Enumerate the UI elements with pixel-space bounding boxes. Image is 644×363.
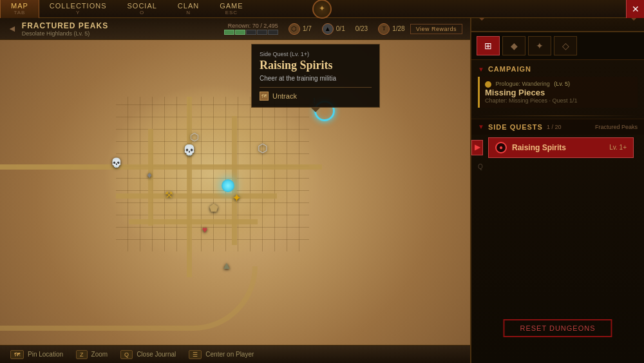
filter-tab-tracked[interactable]: ◆ bbox=[502, 36, 526, 55]
pip-5 bbox=[268, 30, 278, 35]
stat-group-4: T 1/28 bbox=[378, 23, 404, 35]
more-quests-placeholder: Q bbox=[471, 161, 644, 173]
tab-map[interactable]: MAP TAB bbox=[0, 0, 39, 18]
journal-panel: ◆ JOURNAL ◆ ⊞ ◆ ✦ ◇ ▼ CAMPAIGN Prologue:… bbox=[470, 0, 644, 363]
target-stat-val: 1/28 bbox=[392, 25, 404, 32]
hint-center-player: ☰ Center on Player bbox=[189, 350, 254, 359]
tooltip-type: Side Quest (Lv. 1+) bbox=[260, 51, 372, 57]
renown-label: Renown: 70 / 2,495 bbox=[228, 23, 278, 29]
quest-icon: ● bbox=[495, 142, 507, 153]
tab-clan[interactable]: CLAN N bbox=[167, 0, 209, 18]
side-quests-arrow: ▼ bbox=[478, 123, 484, 130]
filter-tab-side[interactable]: ✦ bbox=[528, 36, 551, 55]
pin-key: 🗺 bbox=[10, 350, 24, 359]
pin-label: Pin Location bbox=[28, 351, 63, 358]
quest-tooltip: Side Quest (Lv. 1+) Raising Spirits Chee… bbox=[251, 44, 380, 108]
active-quest-container: ▶ ● Raising Spirits Lv. 1+ bbox=[483, 137, 639, 158]
road bbox=[187, 97, 192, 277]
filter-tab-all[interactable]: ⊞ bbox=[477, 36, 500, 55]
reset-dungeons-button[interactable]: RESET DUNGEONS bbox=[503, 319, 612, 337]
stat-group-1: ⬡ 1/7 bbox=[289, 23, 312, 35]
location-name: FRACTURED PEAKS bbox=[22, 21, 219, 30]
close-journal-key: Q bbox=[120, 350, 133, 359]
zoom-key: Z bbox=[76, 350, 88, 359]
tab-collections[interactable]: COLLECTIONS Y bbox=[39, 0, 117, 18]
campaign-header: ▼ CAMPAIGN bbox=[478, 65, 638, 73]
tooltip-title: Raising Spirits bbox=[260, 59, 372, 72]
location-back-arrow[interactable]: ◄ bbox=[8, 24, 17, 34]
hint-pin: 🗺 Pin Location bbox=[10, 350, 63, 359]
journal-filter-tabs: ⊞ ◆ ✦ ◇ bbox=[471, 32, 644, 60]
waypoint-stat-val: 1/7 bbox=[303, 25, 312, 32]
dungeon-stat-val: 0/1 bbox=[336, 25, 345, 32]
cq-label: Prologue: Wandering (Lv. 5) bbox=[485, 81, 632, 88]
close-journal-label: Close Journal bbox=[137, 351, 176, 358]
shrine-icon[interactable]: ⬟ bbox=[206, 200, 222, 215]
hint-close-journal: Q Close Journal bbox=[120, 350, 176, 359]
heart-icon[interactable]: ♥ bbox=[197, 222, 213, 238]
active-quest-row[interactable]: ● Raising Spirits Lv. 1+ bbox=[488, 137, 634, 158]
target-stat-icon: T bbox=[378, 23, 390, 35]
renown-section: Renown: 70 / 2,495 bbox=[224, 23, 278, 35]
zoom-label: Zoom bbox=[91, 351, 108, 358]
road bbox=[116, 193, 277, 199]
quest-nav-arrow[interactable]: ▶ bbox=[471, 140, 483, 155]
hint-zoom: Z Zoom bbox=[76, 350, 108, 359]
compass: ✦ bbox=[312, 0, 332, 19]
filter-tab-other[interactable]: ◇ bbox=[554, 36, 577, 55]
campaign-arrow: ▼ bbox=[478, 66, 484, 73]
cq-level: (Lv. 5) bbox=[554, 81, 570, 87]
skull-icon-2[interactable]: 💀 bbox=[108, 155, 124, 170]
dungeon-stat-icon: ▲ bbox=[322, 23, 334, 35]
side-quests-header: ▼ SIDE QUESTS 1 / 20 Fractured Peaks bbox=[471, 119, 644, 135]
road bbox=[232, 116, 237, 245]
road bbox=[0, 164, 322, 170]
skull-icon[interactable]: 💀 bbox=[182, 142, 197, 157]
campaign-quest[interactable]: Prologue: Wandering (Lv. 5) Missing Piec… bbox=[478, 77, 638, 108]
tab-game[interactable]: GAME ESC bbox=[209, 0, 253, 18]
untrack-icon: 🗺 bbox=[260, 92, 269, 101]
divider bbox=[478, 115, 638, 116]
renown-pips bbox=[224, 29, 278, 35]
side-quests-title: SIDE QUESTS bbox=[488, 123, 543, 131]
stat-group-2: ▲ 0/1 bbox=[322, 23, 345, 35]
view-rewards-button[interactable]: View Rewards bbox=[410, 24, 462, 34]
craft-icon[interactable]: ⚒ bbox=[161, 187, 176, 202]
event-icon[interactable]: ✦ bbox=[229, 190, 244, 206]
dungeon-icon[interactable]: ▲ bbox=[219, 258, 234, 273]
tooltip-desc: Cheer at the training militia bbox=[260, 75, 372, 82]
side-quests-count: 1 / 20 bbox=[547, 124, 562, 130]
pip-3 bbox=[246, 30, 256, 35]
location-info: FRACTURED PEAKS Desolate Highlands (Lv. … bbox=[22, 21, 219, 37]
pip-4 bbox=[257, 30, 267, 35]
waypoint-stat-icon: ⬡ bbox=[289, 23, 300, 35]
poi-icon[interactable]: ⬡ bbox=[255, 141, 270, 156]
map-area[interactable]: ⬡ ⬡ 💀 💀 ✦ ⬟ ♥ ⚒ ♦ ▲ ! Side Quest (Lv. 1+… bbox=[0, 0, 470, 363]
untrack-button[interactable]: 🗺 Untrack bbox=[260, 92, 372, 101]
quest-level: Lv. 1+ bbox=[609, 144, 627, 151]
close-button[interactable]: ✕ bbox=[626, 0, 644, 18]
location-sublabel: Desolate Highlands (Lv. 5) bbox=[22, 30, 219, 37]
player-position bbox=[222, 179, 234, 192]
center-player-key: ☰ bbox=[189, 350, 202, 359]
center-player-label: Center on Player bbox=[205, 351, 254, 358]
cq-chapter: Chapter: Missing Pieces · Quest 1/1 bbox=[485, 97, 632, 104]
cq-indicator bbox=[485, 81, 491, 88]
tab-social[interactable]: SOCIAL O bbox=[117, 0, 167, 18]
event-stat-val: 0/23 bbox=[355, 25, 368, 32]
campaign-title: CAMPAIGN bbox=[488, 65, 531, 73]
bottom-hint-bar: 🗺 Pin Location Z Zoom Q Close Journal ☰ … bbox=[0, 345, 470, 363]
curved-path bbox=[0, 266, 258, 331]
side-quests-region: Fractured Peaks bbox=[565, 124, 638, 130]
quest-title: Raising Spirits bbox=[512, 143, 609, 152]
pip-2 bbox=[235, 30, 245, 35]
vendor-icon[interactable]: ♦ bbox=[142, 168, 157, 183]
stat-group-3: 0/23 bbox=[355, 25, 368, 32]
cq-title: Missing Pieces bbox=[485, 88, 632, 97]
top-navigation: MAP TAB COLLECTIONS Y SOCIAL O CLAN N GA… bbox=[0, 0, 644, 18]
location-bar: ◄ FRACTURED PEAKS Desolate Highlands (Lv… bbox=[0, 18, 470, 40]
pip-1 bbox=[224, 30, 234, 35]
campaign-section: ▼ CAMPAIGN Prologue: Wandering (Lv. 5) M… bbox=[471, 60, 644, 113]
